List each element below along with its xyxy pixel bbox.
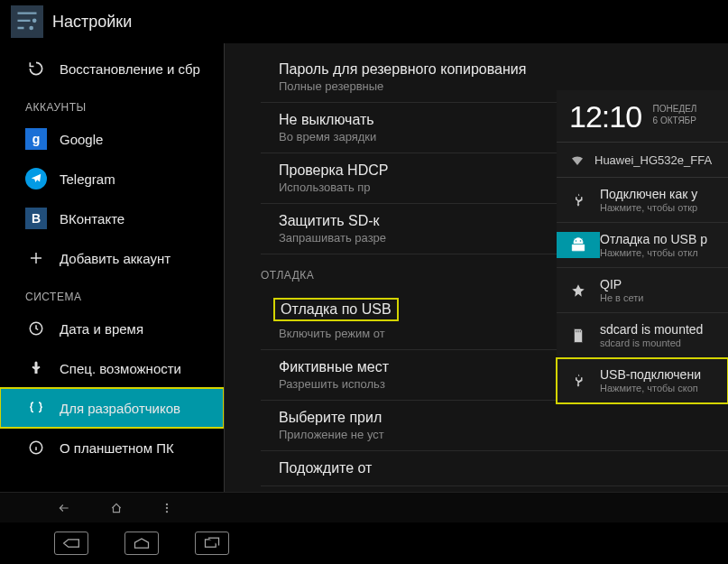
sidebar-label: Спец. возможности: [60, 361, 181, 376]
notif-sub: Не в сети: [600, 292, 728, 303]
usb-icon: [557, 192, 600, 208]
item-wait-debugger[interactable]: Подождите от: [261, 451, 728, 486]
clock-date: ПОНЕДЕЛ 6 ОКТЯБР: [653, 103, 697, 126]
svg-point-4: [576, 240, 577, 242]
svg-point-0: [29, 26, 33, 31]
qip-icon: [557, 282, 600, 299]
item-sub: Приложение не уст: [279, 428, 717, 441]
telegram-icon: [25, 168, 47, 190]
sidebar-item-telegram[interactable]: Telegram: [0, 159, 224, 199]
nav-back-button[interactable]: [54, 532, 88, 555]
info-icon: [25, 437, 47, 458]
wifi-icon: [569, 152, 585, 168]
sidebar-item-vk[interactable]: B ВКонтакте: [0, 199, 224, 238]
sidebar-label: О планшетном ПК: [60, 440, 174, 456]
notif-usb-connection[interactable]: USB-подключени Нажмите, чтобы скоп: [557, 358, 728, 403]
notification-panel: 12:10 ПОНЕДЕЛ 6 ОКТЯБР Huawei_HG532e_FFA…: [557, 90, 728, 403]
notif-usb-connected[interactable]: Подключен как у Нажмите, чтобы откр: [557, 178, 728, 223]
sidebar-item-accessibility[interactable]: Спец. возможности: [0, 348, 224, 388]
item-title: Выберите прил: [279, 410, 717, 426]
sidebar-item-developer[interactable]: Для разработчиков: [0, 388, 224, 428]
notif-title: USB-подключени: [600, 367, 728, 382]
home-icon[interactable]: [108, 502, 124, 514]
svg-point-1: [32, 19, 37, 23]
clock-icon: [25, 318, 47, 339]
braces-icon: [25, 397, 47, 419]
wifi-row[interactable]: Huawei_HG532e_FFA: [557, 143, 728, 178]
item-select-app[interactable]: Выберите прил Приложение не уст: [261, 401, 728, 451]
sidebar-label: Google: [60, 132, 103, 147]
notif-usb-debug[interactable]: Отладка по USB р Нажмите, чтобы откл: [557, 223, 728, 268]
sidebar-label: Восстановление и сбр: [60, 61, 200, 77]
sidebar-item-add-account[interactable]: Добавить аккаунт: [0, 238, 224, 278]
sidebar-label: Telegram: [60, 171, 115, 187]
sdcard-icon: [557, 328, 600, 344]
item-title: Отладка по USB: [273, 298, 399, 321]
menu-icon[interactable]: [161, 502, 173, 514]
notif-sub: Нажмите, чтобы скоп: [600, 383, 728, 393]
svg-point-5: [580, 240, 582, 242]
sidebar-label: Добавить аккаунт: [60, 251, 170, 266]
svg-point-8: [166, 510, 168, 512]
header: Настройки: [0, 0, 728, 43]
back-icon[interactable]: [56, 502, 72, 514]
clock-time: 12:10: [569, 99, 641, 134]
notif-title: sdcard is mounted: [600, 322, 728, 337]
android-icon: [557, 232, 600, 258]
sidebar-label: Для разработчиков: [60, 401, 180, 416]
clock-section[interactable]: 12:10 ПОНЕДЕЛ 6 ОКТЯБР: [557, 90, 728, 143]
notif-sub: Нажмите, чтобы откр: [600, 202, 728, 213]
system-navbar: [0, 522, 728, 564]
notif-qip[interactable]: QIP Не в сети: [557, 268, 728, 313]
restore-icon: [25, 58, 47, 79]
notif-sdcard[interactable]: sdcard is mounted sdcard is mounted: [557, 313, 728, 358]
sidebar-item-restore[interactable]: Восстановление и сбр: [0, 49, 224, 88]
notif-title: QIP: [600, 277, 728, 291]
wifi-name: Huawei_HG532e_FFA: [594, 153, 712, 167]
sidebar: Восстановление и сбр АККАУНТЫ g Google T…: [0, 43, 224, 492]
notif-sub: Нажмите, чтобы откл: [600, 247, 728, 258]
sidebar-item-datetime[interactable]: Дата и время: [0, 309, 224, 348]
sidebar-item-google[interactable]: g Google: [0, 119, 224, 159]
sidebar-item-about[interactable]: О планшетном ПК: [0, 428, 224, 467]
section-accounts: АККАУНТЫ: [0, 88, 224, 119]
hand-icon: [25, 357, 47, 379]
nav-recents-button[interactable]: [195, 532, 229, 555]
notif-sub: sdcard is mounted: [600, 337, 728, 348]
notif-title: Подключен как у: [600, 187, 728, 201]
svg-point-7: [166, 506, 168, 508]
plus-icon: [25, 247, 47, 269]
svg-point-6: [166, 503, 168, 504]
sidebar-label: ВКонтакте: [60, 211, 124, 227]
notif-title: Отладка по USB р: [600, 232, 728, 246]
system-navbar-secondary: [0, 492, 728, 522]
section-system: СИСТЕМА: [0, 278, 224, 309]
item-title: Подождите от: [279, 460, 717, 476]
nav-home-button[interactable]: [124, 532, 159, 555]
item-title: Пароль для резервного копирования: [279, 61, 717, 78]
google-icon: g: [25, 128, 47, 150]
usb-icon: [557, 373, 600, 389]
settings-icon: [11, 5, 43, 38]
vk-icon: B: [25, 208, 47, 229]
sidebar-label: Дата и время: [60, 321, 143, 337]
page-title: Настройки: [52, 13, 132, 32]
